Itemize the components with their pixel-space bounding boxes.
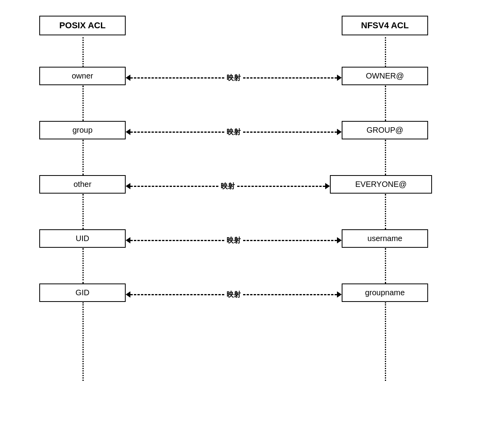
arrow-line-1b bbox=[243, 77, 337, 79]
right-v-line-1 bbox=[385, 86, 386, 121]
left-v-line-1 bbox=[82, 86, 84, 121]
arrow-left-4 bbox=[126, 237, 130, 243]
arrow-row-5: 映射 bbox=[126, 289, 342, 300]
right-v-line-4 bbox=[385, 248, 386, 283]
arrow-left-3 bbox=[126, 183, 130, 189]
arrow-right-3 bbox=[325, 183, 330, 189]
arrow-line-5 bbox=[130, 294, 224, 295]
arrow-line-5b bbox=[243, 294, 337, 295]
left-v-line-2 bbox=[82, 140, 84, 175]
left-v-line-4 bbox=[82, 248, 84, 283]
arrow-label-4: 映射 bbox=[224, 236, 243, 245]
right-row-2: GROUP@ bbox=[342, 121, 428, 139]
arrow-right-2 bbox=[337, 129, 342, 135]
left-row-5: GID bbox=[39, 283, 126, 302]
arrow-left-2 bbox=[126, 129, 130, 135]
arrow-line-4 bbox=[130, 240, 224, 241]
arrow-label-2: 映射 bbox=[224, 127, 243, 137]
arrow-row-3: 映射 bbox=[126, 180, 330, 192]
right-v-line-2 bbox=[385, 140, 386, 175]
diagram-container: POSIX ACL NFSV4 ACL owner OWNER@ 映射 grou… bbox=[0, 0, 487, 448]
arrow-row-4: 映射 bbox=[126, 234, 342, 246]
arrow-line-3b bbox=[237, 186, 325, 187]
arrow-line-1 bbox=[130, 77, 224, 79]
arrow-line-4b bbox=[243, 240, 337, 241]
left-row-3: other bbox=[39, 175, 126, 194]
left-v-line-top bbox=[82, 37, 84, 67]
right-row-4: username bbox=[342, 229, 428, 248]
arrow-row-1: 映射 bbox=[126, 72, 342, 84]
arrow-left-5 bbox=[126, 291, 130, 298]
right-header: NFSV4 ACL bbox=[342, 16, 428, 35]
left-row-1: owner bbox=[39, 67, 126, 85]
right-v-line-3 bbox=[385, 194, 386, 229]
arrow-right-4 bbox=[337, 237, 342, 243]
left-row-4: UID bbox=[39, 229, 126, 248]
arrow-right-1 bbox=[337, 75, 342, 81]
right-v-line-top bbox=[385, 37, 386, 67]
arrow-label-1: 映射 bbox=[224, 73, 243, 82]
right-row-3: EVERYONE@ bbox=[330, 175, 432, 194]
left-header: POSIX ACL bbox=[39, 16, 126, 35]
arrow-label-5: 映射 bbox=[224, 290, 243, 299]
right-row-5: groupname bbox=[342, 283, 428, 302]
arrow-label-3: 映射 bbox=[218, 181, 237, 191]
left-row-2: group bbox=[39, 121, 126, 139]
arrow-right-5 bbox=[337, 291, 342, 298]
left-v-line-5 bbox=[82, 302, 84, 381]
right-v-line-5 bbox=[385, 302, 386, 381]
right-row-1: OWNER@ bbox=[342, 67, 428, 85]
left-v-line-3 bbox=[82, 194, 84, 229]
arrow-line-2 bbox=[130, 132, 224, 133]
arrow-line-3 bbox=[130, 186, 218, 187]
arrow-line-2b bbox=[243, 132, 337, 133]
arrow-row-2: 映射 bbox=[126, 126, 342, 138]
arrow-left-1 bbox=[126, 75, 130, 81]
